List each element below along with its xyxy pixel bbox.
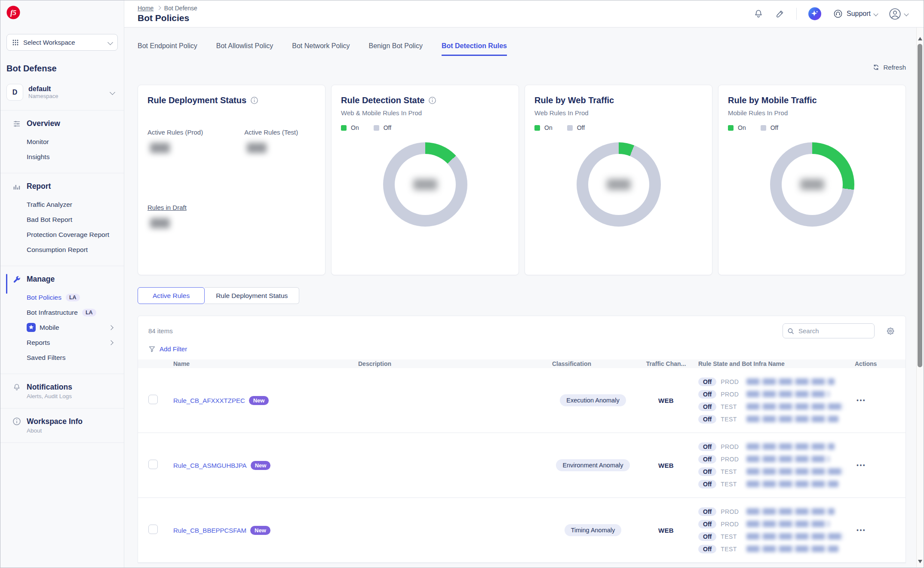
card-subtitle: Mobile Rules In Prod: [728, 109, 896, 117]
sidebar-item-mobile[interactable]: Mobile: [6, 320, 118, 335]
col-description[interactable]: Description: [358, 360, 552, 367]
bot-infra-name-blurred: [746, 456, 829, 462]
refresh-button[interactable]: Refresh: [872, 64, 906, 71]
env-label: PROD: [721, 443, 741, 450]
rule-state-line: OffPROD: [698, 375, 849, 388]
report-icon: [12, 182, 21, 191]
rules-in-draft-link[interactable]: Rules in Draft: [147, 204, 316, 211]
sidebar-item-monitor[interactable]: Monitor: [6, 134, 118, 149]
blurred-center-value: [607, 179, 631, 190]
rules-table-panel: 84 items Add Filter: [138, 316, 906, 563]
sidebar-item-insights[interactable]: Insights: [6, 149, 118, 164]
bot-infra-name-blurred: [746, 533, 844, 540]
scrollbar-up-arrow[interactable]: [917, 35, 923, 42]
paintbrush-icon[interactable]: [775, 9, 785, 19]
sidebar-item-protection-coverage-report[interactable]: Protection Coverage Report: [6, 227, 118, 242]
info-icon[interactable]: [250, 96, 258, 104]
active-rules-test-label: Active Rules (Test): [244, 129, 298, 136]
sidebar-item-bot-infrastructure[interactable]: Bot InfrastructureLA: [6, 305, 118, 320]
ai-assistant-icon[interactable]: [808, 7, 822, 21]
legend-off-label: Off: [384, 124, 391, 131]
workspace-selector-label: Select Workspace: [23, 39, 75, 46]
toggle-rule-deployment-status[interactable]: Rule Deployment Status: [205, 287, 299, 304]
blurred-value: [247, 143, 267, 153]
sidebar-section-title: Notifications: [27, 383, 72, 392]
sidebar-section-manage: Manage Bot PoliciesLA Bot Infrastructure…: [0, 266, 124, 374]
rule-state-line: OffPROD: [698, 440, 849, 453]
namespace-selector[interactable]: D default Namespace: [6, 84, 118, 110]
bell-icon[interactable]: [753, 9, 764, 19]
card-subtitle: Web & Mobile Rules In Prod: [341, 109, 509, 117]
row-checkbox[interactable]: [148, 525, 158, 534]
state-pill: Off: [698, 467, 716, 476]
col-classification[interactable]: Classification: [552, 360, 634, 367]
col-actions: Actions: [849, 360, 895, 367]
breadcrumb-bot-defense[interactable]: Bot Defense: [164, 5, 197, 12]
col-rule-state[interactable]: Rule State and Bot Infra Name: [698, 360, 849, 367]
row-checkbox[interactable]: [148, 460, 158, 469]
sidebar-item-traffic-analyzer[interactable]: Traffic Analyzer: [6, 197, 118, 212]
tab-bot-detection-rules[interactable]: Bot Detection Rules: [442, 42, 507, 56]
info-icon[interactable]: [428, 96, 436, 104]
breadcrumb-home-link[interactable]: Home: [138, 5, 153, 12]
state-pill: Off: [698, 480, 716, 488]
bot-infra-name-blurred: [746, 378, 835, 385]
donut-chart: [383, 142, 467, 227]
workspace-selector[interactable]: Select Workspace: [6, 34, 118, 51]
search-input[interactable]: [798, 327, 870, 335]
bot-infra-name-blurred: [746, 481, 838, 487]
f5-logo-icon: f5: [6, 6, 20, 19]
mobile-star-icon: [27, 323, 36, 332]
vertical-scrollbar[interactable]: [916, 28, 923, 567]
env-label: PROD: [721, 456, 741, 463]
summary-cards: Rule Deployment Status Active Rules (Pro…: [138, 85, 906, 275]
tab-bot-allowlist-policy[interactable]: Bot Allowlist Policy: [216, 42, 273, 56]
support-menu[interactable]: Support: [833, 9, 878, 19]
toggle-active-rules[interactable]: Active Rules: [138, 287, 205, 304]
page: f5 Select Workspace Bot Defense D defaul…: [0, 0, 924, 568]
items-count: 84 items: [148, 327, 173, 335]
legend-off-label: Off: [771, 124, 778, 131]
rule-name-link[interactable]: Rule_CB_AFXXXTZPEC: [173, 397, 245, 404]
sidebar-section-subtitle: About: [6, 427, 118, 434]
breadcrumb: Home Bot Defense: [138, 5, 197, 12]
user-menu[interactable]: [889, 8, 908, 20]
content: Bot Endpoint PolicyBot Allowlist PolicyB…: [124, 28, 917, 568]
env-label: TEST: [721, 546, 741, 553]
sidebar-item-saved-filters[interactable]: Saved Filters: [6, 350, 118, 365]
wrench-icon: [12, 275, 21, 284]
sidebar-item-reports[interactable]: Reports: [6, 335, 118, 350]
tab-bot-endpoint-policy[interactable]: Bot Endpoint Policy: [138, 42, 197, 56]
card-title: Rule Detection State: [341, 95, 424, 105]
table-row: Rule_CB_ASMGUHBJPA New Environment Anoma…: [138, 433, 906, 498]
rule-name-link[interactable]: Rule_CB_ASMGUHBJPA: [173, 462, 247, 469]
sidebar-section-overview: Overview Monitor Insights: [0, 110, 124, 173]
env-label: PROD: [721, 508, 741, 515]
chevron-right-icon: [108, 340, 113, 345]
sidebar-section-workspace-info[interactable]: Workspace Info About: [0, 408, 124, 443]
sidebar-section-subtitle: Alerts, Audit Logs: [6, 393, 118, 399]
tab-bot-network-policy[interactable]: Bot Network Policy: [292, 42, 350, 56]
sidebar-item-bot-policies[interactable]: Bot PoliciesLA: [6, 290, 118, 305]
scrollbar-thumb[interactable]: [918, 44, 922, 367]
scrollbar-down-arrow[interactable]: [917, 558, 923, 565]
sidebar-item-bad-bot-report[interactable]: Bad Bot Report: [6, 212, 118, 227]
bot-infra-name-blurred: [746, 508, 835, 515]
gear-icon[interactable]: [886, 326, 895, 336]
add-filter-button[interactable]: Add Filter: [138, 338, 906, 359]
row-actions-menu[interactable]: •••: [856, 397, 866, 404]
chart-legend: On Off: [534, 124, 703, 131]
rule-states: OffPRODOffPRODOffTESTOffTEST: [698, 440, 849, 490]
col-name[interactable]: Name: [173, 360, 358, 367]
row-checkbox[interactable]: [148, 395, 158, 404]
rule-name-link[interactable]: Rule_CB_BBEPPCSFAM: [173, 527, 246, 534]
tab-benign-bot-policy[interactable]: Benign Bot Policy: [369, 42, 423, 56]
sidebar-section-notifications[interactable]: Notifications Alerts, Audit Logs: [0, 374, 124, 408]
sidebar-item-consumption-report[interactable]: Consumption Report: [6, 242, 118, 257]
col-traffic-channel[interactable]: Traffic Chan...: [634, 360, 698, 367]
sidebar-section-report: Report Traffic Analyzer Bad Bot Report P…: [0, 173, 124, 266]
add-filter-label: Add Filter: [160, 345, 187, 353]
row-actions-menu[interactable]: •••: [856, 462, 866, 469]
row-actions-menu[interactable]: •••: [856, 527, 866, 534]
bell-icon: [12, 383, 21, 391]
